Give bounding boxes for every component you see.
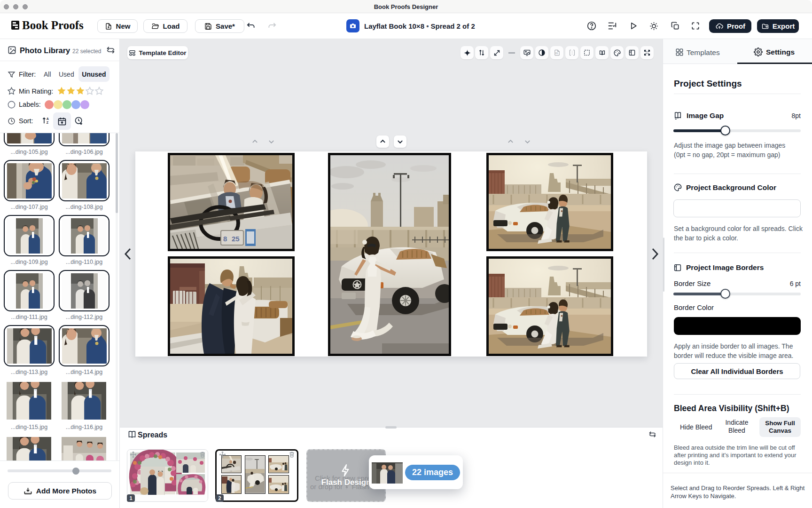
svg-text:A: A: [47, 117, 49, 121]
svg-text:25: 25: [232, 235, 240, 243]
svg-text:8: 8: [223, 235, 227, 243]
svg-text:Z: Z: [47, 121, 49, 125]
svg-text:01: 01: [555, 52, 558, 55]
